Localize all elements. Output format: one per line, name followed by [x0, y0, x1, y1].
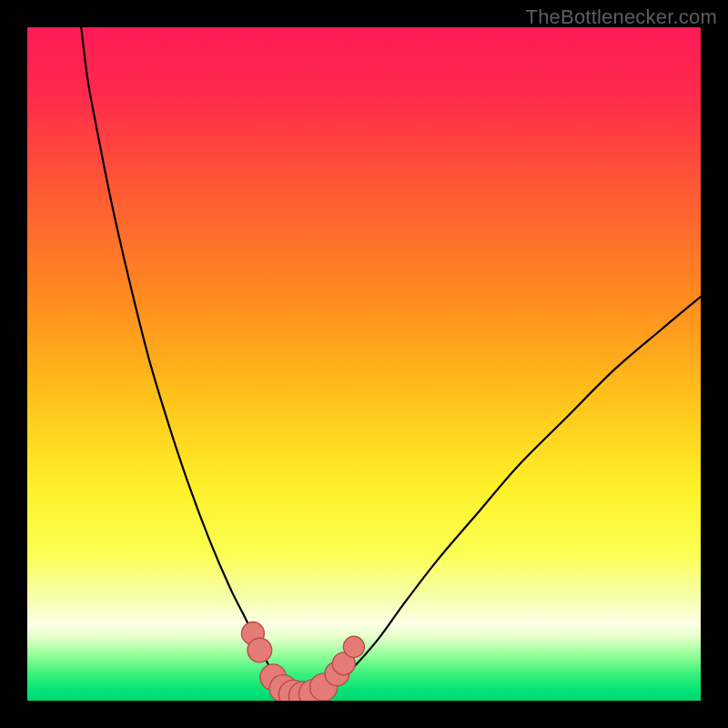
highlight-marker: [248, 638, 272, 662]
highlight-marker: [343, 636, 364, 657]
highlight-marker-group: [241, 622, 364, 701]
chart-stage: TheBottlenecker.com: [0, 0, 728, 728]
plot-area: [27, 27, 701, 701]
curve-layer: [27, 27, 701, 701]
watermark-text: TheBottlenecker.com: [526, 5, 717, 29]
bottleneck-curve: [81, 27, 701, 698]
